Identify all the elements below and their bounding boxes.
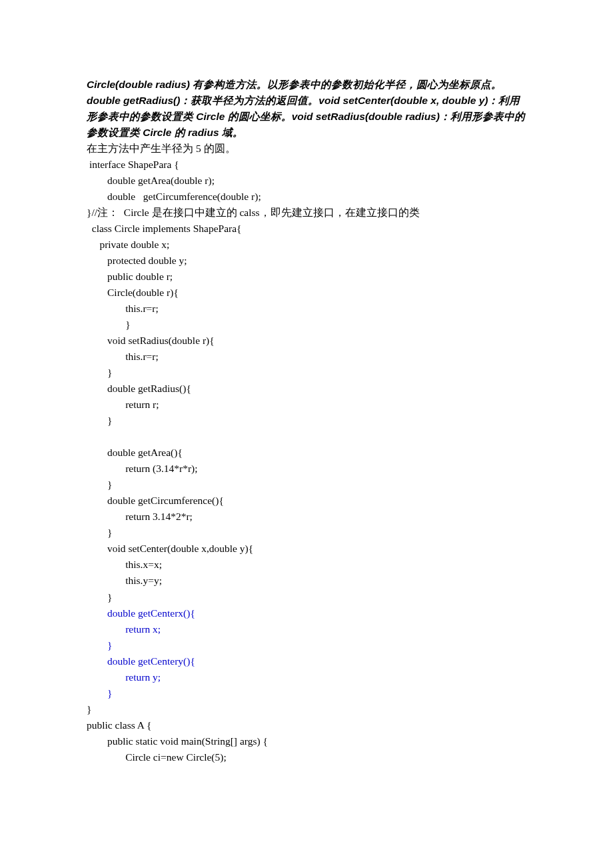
code-line: double getArea(){ [87,445,526,461]
code-line: } [87,413,526,429]
code-line: interface ShapePara { [87,157,526,173]
code-line: public double r; [87,269,526,285]
code-line: double getCircumference(){ [87,493,526,509]
code-line: return y; [87,669,526,685]
code-line: } [87,365,526,381]
code-block: interface ShapePara { double getArea(dou… [87,157,526,765]
code-line: double getRadius(){ [87,381,526,397]
code-line: public static void main(String[] args) { [87,733,526,749]
code-line: this.x=x; [87,557,526,573]
code-line: Circle(double r){ [87,285,526,301]
code-line: void setRadius(double r){ [87,333,526,349]
code-line: private double x; [87,237,526,253]
code-line: return x; [87,621,526,637]
code-line: void setCenter(double x,double y){ [87,541,526,557]
code-line: } [87,685,526,701]
code-line: public class A { [87,717,526,733]
code-line: protected double y; [87,253,526,269]
code-line: double getCircumference(double r); [87,189,526,205]
code-line: } [87,477,526,493]
code-line: } [87,589,526,605]
code-line [87,429,526,445]
code-line: }//注： Circle 是在接口中建立的 calss，即先建立接口，在建立接口… [87,205,526,221]
code-line: } [87,701,526,717]
code-line: } [87,317,526,333]
header-description: Circle(double radius) 有参构造方法。以形参表中的参数初始化… [87,77,526,141]
code-line: this.r=r; [87,349,526,365]
code-line: return r; [87,397,526,413]
code-line: } [87,525,526,541]
document-page: Circle(double radius) 有参构造方法。以形参表中的参数初始化… [0,0,613,868]
code-line: double getArea(double r); [87,173,526,189]
instruction-line: 在主方法中产生半径为 5 的圆。 [87,141,526,157]
code-line: return 3.14*2*r; [87,509,526,525]
code-line: this.y=y; [87,573,526,589]
code-line: class Circle implements ShapePara{ [87,221,526,237]
code-line: double getCenterx(){ [87,605,526,621]
code-line: double getCentery(){ [87,653,526,669]
code-line: this.r=r; [87,301,526,317]
code-line: } [87,637,526,653]
code-line: return (3.14*r*r); [87,461,526,477]
code-line: Circle ci=new Circle(5); [87,749,526,765]
